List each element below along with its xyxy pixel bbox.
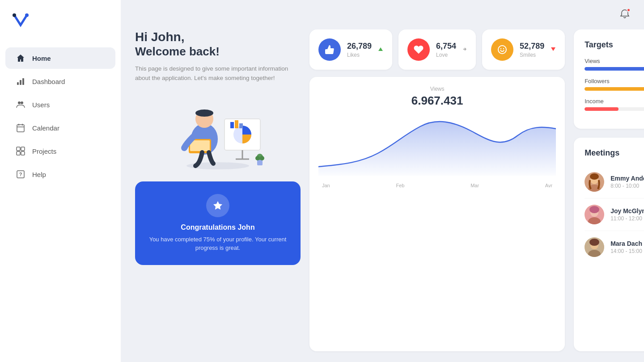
sidebar-item-dashboard[interactable]: Dashboard <box>5 71 115 92</box>
sidebar-item-help[interactable]: ? Help <box>5 164 115 185</box>
target-income: Income 25% <box>585 98 644 111</box>
stats-grid: 26,789 Likes 6,754 <box>309 29 565 70</box>
smiles-value: 52,789 <box>520 42 544 51</box>
main-content: Hi John, Welcome back! This page is desi… <box>121 0 644 362</box>
greeting-hi: Hi John, <box>135 29 301 45</box>
middle-column: 26,789 Likes 6,754 <box>309 29 565 351</box>
target-followers-header: Followers 50% <box>585 78 644 84</box>
meetings-title: Meetings <box>585 148 644 158</box>
svg-rect-14 <box>21 152 25 155</box>
svg-rect-3 <box>20 80 21 85</box>
svg-point-1 <box>25 13 29 17</box>
targets-title: Targets <box>585 40 644 50</box>
sidebar-item-projects[interactable]: Projects <box>5 140 115 162</box>
sidebar-item-users[interactable]: Users <box>5 94 115 115</box>
target-views-fill <box>585 67 644 71</box>
month-mar: Mar <box>470 183 479 188</box>
meeting-mara-time: 14:00 - 15:00 <box>610 248 644 254</box>
love-info: 6,754 Love <box>436 42 456 58</box>
svg-marker-39 <box>551 47 555 51</box>
notification-dot <box>627 8 631 12</box>
target-followers-bar <box>585 87 644 91</box>
sidebar-label-home: Home <box>32 55 51 62</box>
targets-card: Targets Views 75% Followers 50% <box>574 29 644 129</box>
sidebar-item-home[interactable]: Home <box>5 47 115 69</box>
sidebar-item-calendar[interactable]: Calendar <box>5 117 115 139</box>
header <box>121 0 644 29</box>
chart-months: Jan Feb Mar Avr <box>318 180 556 188</box>
greeting-section: Hi John, Welcome back! This page is desi… <box>135 29 301 83</box>
right-column: Targets Views 75% Followers 50% <box>574 29 644 351</box>
avatar-joy <box>585 205 604 224</box>
likes-info: 26,789 Likes <box>347 42 372 58</box>
likes-value: 26,789 <box>347 42 372 51</box>
svg-rect-4 <box>22 78 24 85</box>
left-column: Hi John, Welcome back! This page is desi… <box>135 29 301 351</box>
target-income-header: Income 25% <box>585 98 644 105</box>
illustration <box>135 92 301 173</box>
target-income-bar <box>585 107 644 111</box>
svg-point-36 <box>498 46 506 54</box>
likes-label: Likes <box>347 52 372 58</box>
logo <box>0 11 121 46</box>
sidebar-label-calendar: Calendar <box>32 124 59 132</box>
congrats-title: Congratulations John <box>146 223 290 232</box>
meeting-joy[interactable]: Joy McGlynn 11:00 - 12:00 › <box>585 198 644 231</box>
congrats-icon <box>206 194 229 217</box>
target-income-label: Income <box>585 98 604 105</box>
svg-point-43 <box>590 173 599 180</box>
sidebar-label-dashboard: Dashboard <box>32 78 65 85</box>
target-income-fill <box>585 107 619 111</box>
meeting-joy-time: 11:00 - 12:00 <box>610 215 644 222</box>
month-avr: Avr <box>545 183 552 188</box>
smiles-label: Smiles <box>520 52 544 58</box>
congrats-desc: You have completed 75% of your profile. … <box>146 235 290 253</box>
avatar-mara <box>585 237 604 257</box>
views-chart-value: 6.967.431 <box>318 94 556 108</box>
content-grid: Hi John, Welcome back! This page is desi… <box>121 29 644 362</box>
sidebar-label-users: Users <box>32 101 50 109</box>
svg-point-20 <box>195 109 213 117</box>
avatar-emmy <box>585 172 604 192</box>
svg-rect-11 <box>17 147 20 151</box>
svg-rect-25 <box>230 122 234 128</box>
svg-point-5 <box>18 101 21 104</box>
meeting-mara-name: Mara Dach <box>610 240 644 247</box>
likes-icon-circle <box>318 38 341 61</box>
svg-text:?: ? <box>19 172 22 177</box>
svg-rect-22 <box>190 140 210 151</box>
meeting-emmy-time: 8:00 - 10:00 <box>610 183 644 189</box>
meeting-mara[interactable]: Mara Dach 14:00 - 15:00 › <box>585 231 644 263</box>
chart-area <box>318 113 556 180</box>
smiles-info: 52,789 Smiles <box>520 42 544 58</box>
svg-marker-34 <box>378 47 383 51</box>
svg-point-6 <box>21 101 23 104</box>
love-icon-circle <box>407 38 430 61</box>
views-chart-card: Views 6.967.431 <box>309 77 565 351</box>
meeting-emmy[interactable]: Emmy Anderson 8:00 - 10:00 › <box>585 166 644 198</box>
views-chart-label: Views <box>318 86 556 92</box>
congrats-card: Congratulations John You have completed … <box>135 181 301 265</box>
stat-likes: 26,789 Likes <box>309 29 392 70</box>
meeting-joy-info: Joy McGlynn 11:00 - 12:00 <box>610 207 644 222</box>
month-feb: Feb <box>396 183 404 188</box>
sidebar: Home Dashboard Users Calendar <box>0 0 121 362</box>
meeting-mara-info: Mara Dach 14:00 - 15:00 <box>610 240 644 254</box>
target-followers-fill <box>585 87 644 91</box>
smiles-arrow <box>551 46 556 53</box>
svg-point-47 <box>589 206 599 213</box>
sidebar-label-projects: Projects <box>32 147 56 155</box>
month-jan: Jan <box>322 183 330 188</box>
greeting-welcome: Welcome back! <box>135 45 301 59</box>
svg-rect-13 <box>17 152 20 155</box>
notification-bell[interactable] <box>620 9 630 21</box>
target-views-label: Views <box>585 58 600 64</box>
svg-rect-12 <box>21 147 25 151</box>
meeting-emmy-name: Emmy Anderson <box>610 175 644 182</box>
meetings-card: Meetings <box>574 138 644 351</box>
stat-love: 6,754 Love <box>398 29 476 70</box>
target-followers-label: Followers <box>585 78 610 84</box>
target-followers: Followers 50% <box>585 78 644 91</box>
svg-point-0 <box>13 13 16 17</box>
love-label: Love <box>436 52 456 58</box>
